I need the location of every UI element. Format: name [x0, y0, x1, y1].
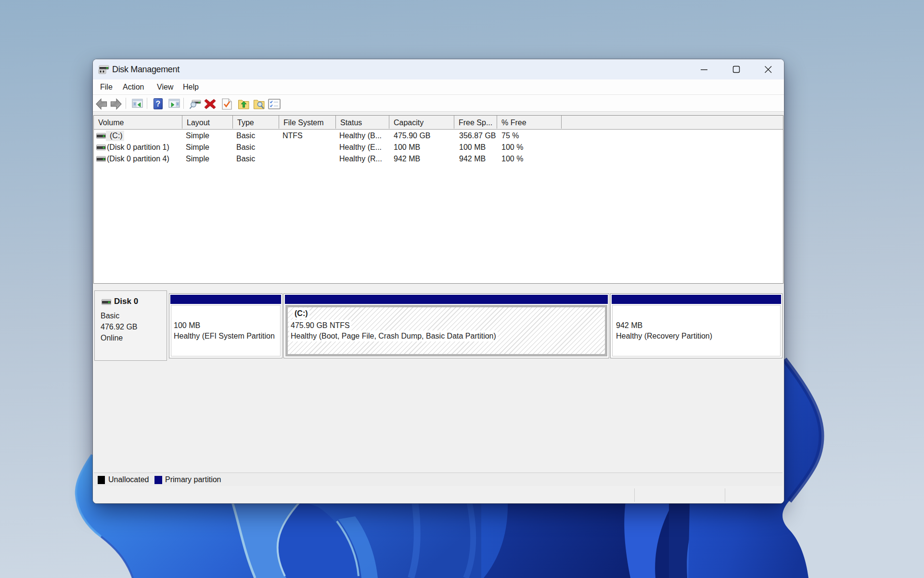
- svg-text:?: ?: [156, 100, 161, 108]
